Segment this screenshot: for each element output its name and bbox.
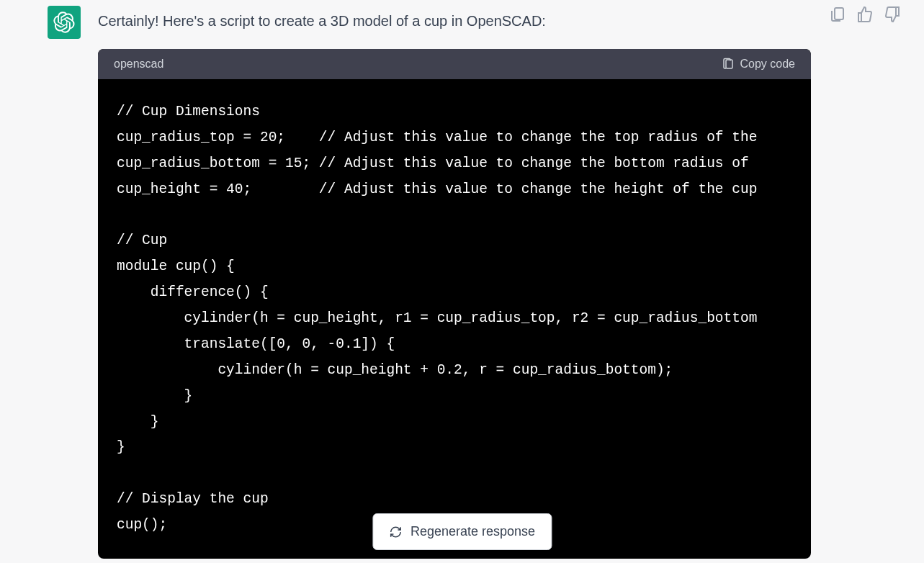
code-block: openscad Copy code // Cup Dimensions cup… <box>98 49 811 559</box>
regenerate-label: Regenerate response <box>411 524 535 539</box>
openai-logo-icon <box>53 12 75 33</box>
regenerate-button[interactable]: Regenerate response <box>372 513 552 550</box>
code-language-label: openscad <box>114 58 163 71</box>
svg-rect-0 <box>726 60 732 68</box>
thumbs-up-icon <box>856 6 874 23</box>
assistant-message: Certainly! Here's a script to create a 3… <box>0 0 924 559</box>
assistant-avatar <box>48 6 81 39</box>
message-body: Certainly! Here's a script to create a 3… <box>98 6 876 559</box>
svg-rect-1 <box>835 8 843 19</box>
clipboard-icon <box>722 58 735 71</box>
thumbs-up-button[interactable] <box>856 6 874 23</box>
intro-text: Certainly! Here's a script to create a 3… <box>98 10 876 32</box>
message-actions <box>829 6 901 23</box>
code-content[interactable]: // Cup Dimensions cup_radius_top = 20; /… <box>98 79 811 559</box>
thumbs-down-icon <box>884 6 901 23</box>
copy-code-label: Copy code <box>740 58 796 71</box>
copy-message-button[interactable] <box>829 6 846 23</box>
refresh-icon <box>389 526 402 539</box>
copy-code-button[interactable]: Copy code <box>722 58 796 71</box>
code-header: openscad Copy code <box>98 49 811 79</box>
regenerate-container: Regenerate response <box>372 513 552 550</box>
clipboard-icon <box>829 6 846 23</box>
thumbs-down-button[interactable] <box>884 6 901 23</box>
